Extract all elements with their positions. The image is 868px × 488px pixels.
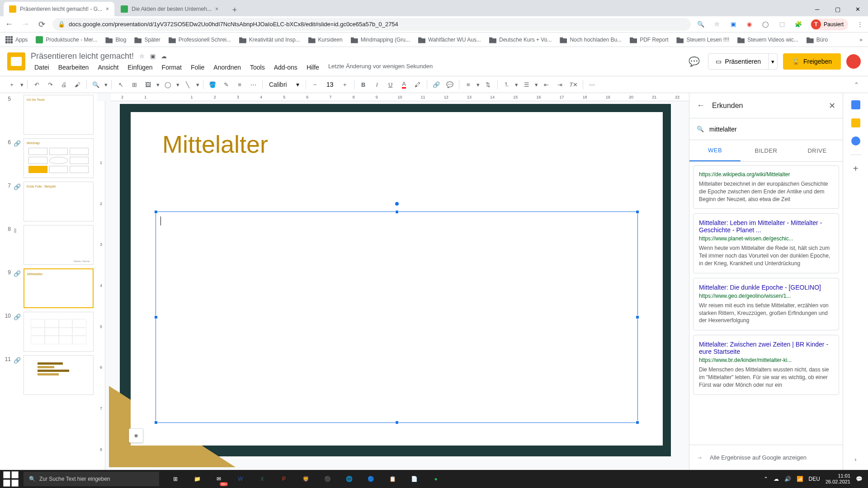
slide-thumb[interactable]: 6 🔗 Mindmap <box>4 138 94 178</box>
horizontal-ruler[interactable]: 2112345678910111213141516171819202122 <box>111 93 689 101</box>
extension-icon[interactable]: ⬚ <box>778 20 787 29</box>
line-dropdown[interactable]: ▾ <box>195 78 200 91</box>
collapse-side-panel[interactable]: › <box>854 456 856 463</box>
extension-icon[interactable]: ◯ <box>761 20 770 29</box>
extension-icon[interactable]: ▣ <box>729 20 738 29</box>
explore-back-button[interactable]: ← <box>697 101 705 110</box>
vertical-ruler[interactable]: 12345678 <box>97 101 105 470</box>
numbered-list-button[interactable]: ⒈ <box>500 78 513 91</box>
bookmark-folder[interactable]: Wahlfächer WU Aus... <box>418 36 481 43</box>
last-edit-text[interactable]: Letzte Änderung vor wenigen Sekunden <box>328 63 433 72</box>
search-result[interactable]: Mittelalter: Zwischen zwei Zeiten | BR K… <box>693 335 839 394</box>
menu-insert[interactable]: Einfügen <box>124 63 156 72</box>
slide-thumb[interactable]: 8 ▮ Name, Name <box>4 225 94 265</box>
new-slide-dropdown[interactable]: ▾ <box>19 78 24 91</box>
resize-handle[interactable] <box>636 421 639 424</box>
explore-tab-drive[interactable]: DRIVE <box>792 140 843 161</box>
slides-logo-icon[interactable] <box>7 52 25 70</box>
forward-button[interactable]: → <box>20 19 31 30</box>
bookmark-folder[interactable]: Büro <box>807 36 828 43</box>
collapse-toolbar-button[interactable]: ⌃ <box>850 78 863 91</box>
bookmark-folder[interactable]: Professionell Schrei... <box>169 36 231 43</box>
taskbar-powerpoint[interactable]: P <box>273 470 295 488</box>
font-family-select[interactable]: Calibri▾ <box>265 81 303 88</box>
star-icon[interactable]: ☆ <box>139 53 145 60</box>
resize-handle[interactable] <box>636 315 639 319</box>
calendar-icon[interactable] <box>851 100 860 109</box>
line-spacing-button[interactable]: ⇅ <box>482 78 495 91</box>
move-icon[interactable]: ▣ <box>150 53 156 60</box>
font-size-input[interactable]: 13 <box>323 81 337 88</box>
close-tab-icon[interactable]: × <box>215 6 218 12</box>
search-result[interactable]: Mittelalter: Die dunkle Epoche - [GEOLIN… <box>693 278 839 330</box>
taskbar-app[interactable]: 📄 <box>403 470 425 488</box>
shape-tool[interactable]: ◯ <box>161 78 174 91</box>
explore-close-button[interactable]: ✕ <box>829 101 835 111</box>
clear-formatting-button[interactable]: T✕ <box>567 78 580 91</box>
bookmark-folder[interactable]: Später <box>134 36 160 43</box>
chrome-menu-icon[interactable]: ⋮ <box>855 20 864 29</box>
rotate-handle[interactable] <box>395 202 399 206</box>
extensions-puzzle-icon[interactable]: 🧩 <box>794 20 803 29</box>
zoom-icon[interactable]: 🔍 <box>696 20 705 29</box>
resize-handle[interactable] <box>395 421 399 424</box>
menu-slide[interactable]: Folie <box>187 63 208 72</box>
bookmark-folder[interactable]: Kreativität und Insp... <box>239 36 300 43</box>
browser-tab[interactable]: Die Aktien der besten Unterneh... × <box>115 2 224 16</box>
explore-tab-web[interactable]: WEB <box>689 140 741 161</box>
slide-thumb[interactable]: 11 🔗 <box>4 355 94 395</box>
close-tab-icon[interactable]: × <box>106 6 109 12</box>
menu-file[interactable]: Datei <box>31 63 53 72</box>
slide-canvas[interactable]: Mittelalter <box>120 104 671 456</box>
bookmark-folder[interactable]: Mindmapping (Gru... <box>351 36 410 43</box>
resize-handle[interactable] <box>395 210 399 214</box>
tray-volume-icon[interactable]: 🔊 <box>784 476 791 482</box>
profile-badge[interactable]: T Pausiert <box>810 19 848 30</box>
zoom-button[interactable]: 🔍 <box>90 78 102 91</box>
present-dropdown[interactable]: ▾ <box>768 54 777 69</box>
taskbar-chrome[interactable]: 🌐 <box>338 470 360 488</box>
tray-expand-icon[interactable]: ⌃ <box>764 476 768 482</box>
taskbar-excel[interactable]: X <box>251 470 273 488</box>
resize-handle[interactable] <box>636 210 639 214</box>
bookmark-folder[interactable]: Kursideen <box>308 36 343 43</box>
select-tool[interactable]: ↖ <box>114 78 127 91</box>
bookmark-folder[interactable]: Noch hochladen Bu... <box>560 36 622 43</box>
paint-format-button[interactable]: 🖌 <box>71 78 84 91</box>
bulleted-list-dropdown[interactable]: ▾ <box>534 78 539 91</box>
numbered-list-dropdown[interactable]: ▾ <box>514 78 519 91</box>
border-color-button[interactable]: ✎ <box>220 78 232 91</box>
explore-search-input[interactable] <box>709 126 835 133</box>
bookmark-folder[interactable]: Blog <box>105 36 126 43</box>
menu-format[interactable]: Format <box>158 63 185 72</box>
text-color-button[interactable]: A <box>398 78 410 91</box>
align-button[interactable]: ≡ <box>462 78 475 91</box>
slide-thumb[interactable]: 5 Ich bin Teure <box>4 95 94 135</box>
close-window-button[interactable]: ✕ <box>848 2 868 16</box>
explore-results[interactable]: https://de.wikipedia.org/wiki/Mittelalte… <box>689 162 843 445</box>
doc-title[interactable]: Präsentieren leicht gemacht! <box>31 52 134 61</box>
zoom-dropdown[interactable]: ▾ <box>103 78 108 91</box>
reload-button[interactable]: ⟳ <box>36 19 47 30</box>
autofit-button[interactable]: ≡ <box>129 428 143 443</box>
explore-search-box[interactable]: 🔍 <box>689 118 843 140</box>
border-dash-button[interactable]: ⋯ <box>247 78 259 91</box>
taskbar-mail[interactable]: ✉99+ <box>208 470 230 488</box>
new-tab-button[interactable]: + <box>228 4 241 16</box>
highlight-button[interactable]: 🖍 <box>411 78 424 91</box>
border-weight-button[interactable]: ≡ <box>233 78 246 91</box>
more-tools-button[interactable]: ⋯ <box>586 78 599 91</box>
slide-thumb-active[interactable]: 9 🔗 Mittelalter <box>4 268 94 308</box>
tray-wifi-icon[interactable]: 📶 <box>797 476 803 482</box>
link-button[interactable]: 🔗 <box>430 78 443 91</box>
comments-icon[interactable]: 💬 <box>686 53 703 70</box>
menu-view[interactable]: Ansicht <box>94 63 122 72</box>
bulleted-list-button[interactable]: ☰ <box>520 78 533 91</box>
apps-button[interactable]: Apps <box>5 36 28 43</box>
add-addon-button[interactable]: + <box>851 164 860 173</box>
bookmarks-overflow[interactable]: » <box>859 37 863 43</box>
minimize-button[interactable]: ─ <box>807 2 827 16</box>
taskbar-word[interactable]: W <box>230 470 251 488</box>
menu-addons[interactable]: Add-ons <box>270 63 301 72</box>
bookmark-folder[interactable]: PDF Report <box>630 36 668 43</box>
